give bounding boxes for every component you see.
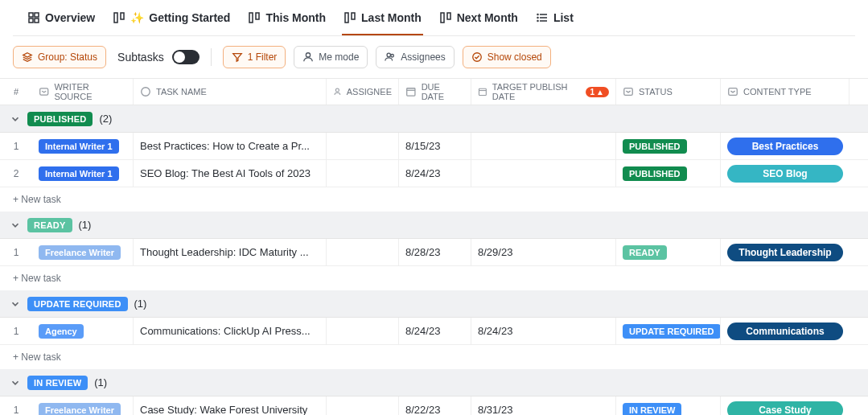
list-icon: [536, 11, 549, 24]
status-cell[interactable]: UPDATE REQUIRED: [616, 318, 721, 344]
writer-source-cell[interactable]: Internal Writer 1: [32, 160, 134, 187]
group-pill[interactable]: Group: Status: [13, 46, 106, 68]
due-date-cell[interactable]: 8/22/23: [399, 397, 471, 415]
writer-source-cell[interactable]: Agency: [32, 318, 134, 344]
content-type-pill: SEO Blog: [727, 165, 843, 183]
table-row[interactable]: 1AgencyCommunications: ClickUp AI Press.…: [0, 318, 868, 345]
col-writer-source[interactable]: WRITER SOURCE: [32, 79, 134, 105]
task-name-cell[interactable]: Best Practices: How to Create a Pr...: [134, 133, 327, 159]
subtasks-toggle[interactable]: [172, 50, 200, 64]
tab-last-month[interactable]: Last Month: [342, 8, 423, 35]
task-name-cell[interactable]: Communications: ClickUp AI Press...: [134, 318, 327, 344]
content-type-cell[interactable]: Case Study: [721, 397, 849, 415]
task-name-cell[interactable]: Case Study: Wake Forest University: [134, 397, 327, 415]
new-task-button[interactable]: + New task: [0, 187, 868, 212]
assignee-cell[interactable]: [327, 160, 399, 187]
status-cell[interactable]: IN REVIEW: [616, 397, 721, 415]
task-name-cell[interactable]: Thought Leadership: IDC Maturity ...: [134, 239, 327, 265]
chevron-down-icon[interactable]: [10, 298, 21, 310]
row-num: 2: [0, 160, 32, 187]
svg-rect-11: [447, 13, 450, 19]
svg-rect-29: [479, 88, 486, 95]
chevron-down-icon[interactable]: [10, 113, 21, 125]
table-row[interactable]: 2Internal Writer 1SEO Blog: The Best AI …: [0, 160, 868, 187]
tab-list[interactable]: List: [534, 8, 575, 35]
assignee-cell[interactable]: [327, 397, 399, 415]
tab-getting-started[interactable]: ✨ Getting Started: [111, 8, 232, 35]
tab-this-month[interactable]: This Month: [246, 8, 327, 35]
new-task-button[interactable]: + New task: [0, 345, 868, 369]
layers-icon: [22, 51, 33, 63]
group-header[interactable]: IN REVIEW(1): [0, 369, 868, 397]
svg-rect-32: [729, 88, 738, 96]
new-task-button[interactable]: + New task: [0, 266, 868, 290]
svg-rect-2: [29, 18, 33, 23]
content-type-cell[interactable]: SEO Blog: [721, 160, 849, 187]
assignees-pill[interactable]: Assignees: [376, 46, 454, 68]
group-count: (1): [134, 298, 147, 310]
col-target-publish[interactable]: TARGET PUBLISH DATE 1▲: [471, 79, 616, 105]
calendar-icon: [478, 86, 487, 97]
col-content-type[interactable]: CONTENT TYPE: [721, 79, 849, 105]
col-status[interactable]: STATUS: [616, 79, 721, 105]
sort-badge[interactable]: 1▲: [586, 87, 609, 97]
status-cell[interactable]: PUBLISHED: [616, 160, 721, 187]
content-type-pill: Best Practices: [727, 138, 843, 155]
assignee-cell[interactable]: [327, 239, 399, 265]
svg-point-21: [387, 53, 390, 56]
group-header[interactable]: UPDATE REQUIRED(1): [0, 290, 868, 318]
group-header[interactable]: PUBLISHED(2): [0, 105, 868, 133]
tab-overview[interactable]: Overview: [26, 8, 97, 35]
writer-source-cell[interactable]: Internal Writer 1: [32, 133, 134, 159]
table-row[interactable]: 1Freelance WriterCase Study: Wake Forest…: [0, 397, 868, 415]
col-task-name[interactable]: TASK NAME: [134, 79, 327, 105]
col-num[interactable]: #: [0, 79, 32, 105]
svg-rect-31: [624, 88, 633, 96]
task-name-cell[interactable]: SEO Blog: The Best AI Tools of 2023: [134, 160, 327, 187]
board-icon: [113, 11, 125, 24]
check-circle-icon: [471, 51, 483, 63]
tab-next-month[interactable]: Next Month: [438, 8, 520, 35]
toolbar: Group: Status Subtasks 1 Filter Me mode …: [0, 36, 868, 78]
svg-point-16: [537, 18, 538, 18]
writer-source-badge: Freelance Writer: [39, 403, 121, 416]
chevron-down-icon[interactable]: [10, 220, 21, 231]
status-cell[interactable]: READY: [616, 239, 721, 265]
filter-pill[interactable]: 1 Filter: [223, 46, 286, 68]
people-icon: [385, 51, 396, 63]
content-type-cell[interactable]: Best Practices: [721, 133, 849, 159]
grid-icon: [27, 11, 40, 24]
assignee-cell[interactable]: [327, 318, 399, 344]
assignee-cell[interactable]: [327, 133, 399, 159]
due-date-cell[interactable]: 8/24/23: [399, 318, 471, 344]
content-type-cell[interactable]: Communications: [721, 318, 849, 344]
col-assignee[interactable]: ASSIGNEE: [327, 79, 399, 105]
table-row[interactable]: 1Internal Writer 1Best Practices: How to…: [0, 133, 868, 160]
tab-label: Overview: [45, 11, 95, 24]
target-publish-cell[interactable]: 8/29/23: [471, 239, 616, 265]
content-type-cell[interactable]: Thought Leadership: [721, 239, 849, 265]
target-publish-cell[interactable]: 8/31/23: [471, 397, 616, 415]
status-cell[interactable]: PUBLISHED: [616, 133, 721, 159]
svg-marker-18: [23, 53, 32, 57]
status-badge: PUBLISHED: [623, 166, 687, 181]
view-tabs: Overview ✨ Getting Started This Month La…: [13, 0, 855, 36]
target-publish-cell[interactable]: [471, 133, 616, 159]
due-date-cell[interactable]: 8/28/23: [399, 239, 471, 265]
due-date-cell[interactable]: 8/15/23: [399, 133, 471, 159]
writer-source-cell[interactable]: Freelance Writer: [32, 239, 134, 265]
filter-label: 1 Filter: [248, 51, 278, 63]
me-mode-pill[interactable]: Me mode: [294, 46, 368, 68]
table-row[interactable]: 1Freelance WriterThought Leadership: IDC…: [0, 239, 868, 266]
chevron-down-icon[interactable]: [10, 377, 21, 388]
target-publish-cell[interactable]: 8/24/23: [471, 318, 616, 344]
svg-rect-27: [407, 88, 415, 96]
svg-rect-7: [256, 13, 259, 19]
writer-source-cell[interactable]: Freelance Writer: [32, 397, 134, 415]
due-date-cell[interactable]: 8/24/23: [399, 160, 471, 187]
show-closed-pill[interactable]: Show closed: [463, 46, 551, 68]
col-due-date[interactable]: DUE DATE: [399, 79, 471, 105]
target-publish-cell[interactable]: [471, 160, 616, 187]
group-header[interactable]: READY(1): [0, 212, 868, 239]
dropdown-icon: [727, 86, 738, 97]
